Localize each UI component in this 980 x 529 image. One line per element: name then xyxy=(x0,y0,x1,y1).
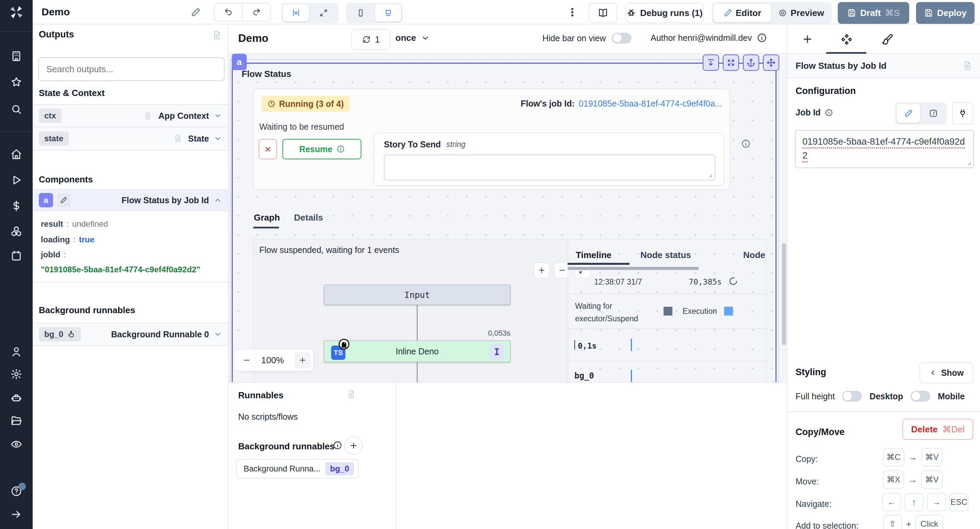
chevron-up-icon[interactable] xyxy=(214,196,222,204)
delete-component-button[interactable]: Delete ⌘Del xyxy=(902,419,973,440)
debug-runs-button[interactable]: Debug runs (1) xyxy=(625,3,704,23)
resize-grip-icon[interactable] xyxy=(707,172,713,178)
mobile-view-button[interactable] xyxy=(347,5,374,21)
component-a-row[interactable]: a Flow Status by Job Id xyxy=(33,189,228,211)
component-settings-tab-icon[interactable] xyxy=(840,33,853,46)
component-info-icon[interactable] xyxy=(741,139,751,148)
zoom-in-button[interactable] xyxy=(294,352,311,368)
desktop-mobile-toggle[interactable] xyxy=(911,391,930,402)
resume-button[interactable]: Resume xyxy=(282,139,361,159)
resources-icon[interactable] xyxy=(11,225,22,237)
refresh-count-button[interactable]: 1 xyxy=(351,29,391,50)
docs-button[interactable] xyxy=(589,3,617,23)
jobid-textarea[interactable]: 0191085e-5baa-81ef-4774-c9ef4f0a92d2 xyxy=(795,130,974,168)
info-icon[interactable] xyxy=(825,108,833,117)
spinner-icon xyxy=(729,277,738,285)
graph-node-inline-deno[interactable]: TS Inline Deno I xyxy=(324,340,511,362)
chevron-left-icon xyxy=(929,369,937,376)
tab-timeline[interactable]: Timeline xyxy=(576,250,611,260)
state-label: State xyxy=(188,134,209,143)
tab-editor[interactable]: Editor xyxy=(714,4,771,22)
workers-icon[interactable] xyxy=(11,392,22,404)
canvas-scrollbar[interactable] xyxy=(782,243,786,345)
job-id-link[interactable]: 0191085e-5baa-81ef-4774-c9ef4f0a... xyxy=(579,99,722,108)
chevron-down-icon[interactable] xyxy=(214,112,222,120)
flow-status-title: Flow Status xyxy=(242,69,291,79)
schedule-dropdown[interactable]: once xyxy=(395,33,430,43)
component-id-badge: a xyxy=(39,193,53,207)
deploy-button[interactable]: Deploy xyxy=(916,2,975,24)
chevron-down-icon[interactable] xyxy=(214,134,222,143)
windmill-logo-icon[interactable] xyxy=(8,4,24,21)
flow-job-id: Flow's job Id: 0191085e-5baa-81ef-4774-c… xyxy=(520,99,722,108)
graph-zoom-in-button[interactable] xyxy=(533,262,550,279)
field-label: Story To Send xyxy=(384,140,441,150)
draft-button[interactable]: Draft ⌘S xyxy=(838,2,909,24)
hide-bar-toggle[interactable] xyxy=(612,33,632,43)
tab-details[interactable]: Details xyxy=(294,212,323,223)
schedules-icon[interactable] xyxy=(11,250,22,261)
redo-button[interactable] xyxy=(243,3,270,21)
settings-icon[interactable] xyxy=(11,368,22,380)
graph-node-input[interactable]: Input xyxy=(324,285,511,305)
inspector-component-title: Flow Status by Job Id xyxy=(795,61,962,71)
undo-button[interactable] xyxy=(215,3,243,21)
theme-tab-icon[interactable] xyxy=(881,33,893,46)
home-icon[interactable] xyxy=(11,148,22,160)
chevron-down-icon[interactable] xyxy=(214,330,222,338)
search-icon[interactable] xyxy=(11,104,22,115)
runs-icon[interactable] xyxy=(11,174,22,186)
edit-component-id-button[interactable] xyxy=(56,193,71,207)
tab-preview[interactable]: Preview xyxy=(772,4,830,22)
info-icon[interactable] xyxy=(757,33,767,43)
undo-redo-group xyxy=(214,3,271,22)
rename-app-icon[interactable] xyxy=(191,7,201,18)
deno-logo-icon xyxy=(338,338,350,350)
collapse-sidebar-icon[interactable] xyxy=(11,508,22,520)
fullscreen-component-button[interactable] xyxy=(723,54,739,71)
minus-icon xyxy=(558,266,566,274)
tabs-scrollbar[interactable] xyxy=(568,267,699,270)
variables-icon[interactable] xyxy=(11,200,22,212)
doc-icon[interactable] xyxy=(962,61,972,71)
show-styling-button[interactable]: Show xyxy=(920,362,973,383)
resize-grip-icon[interactable] xyxy=(966,160,972,166)
more-menu-icon[interactable] xyxy=(567,7,578,18)
users-icon[interactable] xyxy=(11,346,22,357)
styling-heading: Styling xyxy=(795,367,826,378)
audit-icon[interactable] xyxy=(11,438,22,450)
component-tag[interactable]: a xyxy=(232,54,247,70)
eval-input-button[interactable]: f xyxy=(921,104,945,123)
info-icon[interactable] xyxy=(333,440,342,450)
search-outputs-input[interactable] xyxy=(38,57,224,81)
tab-node-status[interactable]: Node status xyxy=(640,250,691,260)
move-component-button[interactable] xyxy=(763,54,779,71)
redo-icon xyxy=(252,8,261,17)
add-component-tab-icon[interactable] xyxy=(802,33,813,45)
folders-icon[interactable] xyxy=(11,415,22,427)
static-input-button[interactable] xyxy=(897,104,920,123)
full-width-button[interactable] xyxy=(310,5,337,21)
add-bg-runnable-button[interactable] xyxy=(344,437,363,455)
flow-graph-panel: Flow suspended, waiting for 1 events Inp… xyxy=(253,239,767,382)
favorites-icon[interactable] xyxy=(11,76,22,88)
desktop-view-button[interactable] xyxy=(375,5,401,21)
app-canvas[interactable]: a Flow Status Running (3 of 4) Flow's jo… xyxy=(229,54,787,382)
state-row[interactable]: state State xyxy=(33,127,228,150)
story-to-send-textarea[interactable] xyxy=(384,155,715,180)
tab-node[interactable]: Node xyxy=(743,250,767,260)
expand-down-button[interactable] xyxy=(703,54,719,71)
runnables-doc-icon[interactable] xyxy=(347,389,356,399)
ctx-row[interactable]: ctx App Context xyxy=(33,104,228,127)
bg-runnable-item[interactable]: Background Runna... bg_0 xyxy=(236,459,359,479)
anchor-component-button[interactable] xyxy=(743,54,759,71)
zoom-out-icon[interactable] xyxy=(243,356,251,364)
tab-graph[interactable]: Graph xyxy=(254,212,280,223)
full-height-toggle[interactable] xyxy=(842,391,862,402)
connect-input-button[interactable] xyxy=(952,102,973,124)
workspace-icon[interactable] xyxy=(11,50,22,62)
cancel-button[interactable]: × xyxy=(259,139,277,159)
outputs-doc-icon[interactable] xyxy=(212,30,222,40)
center-layout-button[interactable] xyxy=(283,5,309,21)
bg-runnable-row[interactable]: bg_0 Background Runnable 0 xyxy=(33,323,228,346)
